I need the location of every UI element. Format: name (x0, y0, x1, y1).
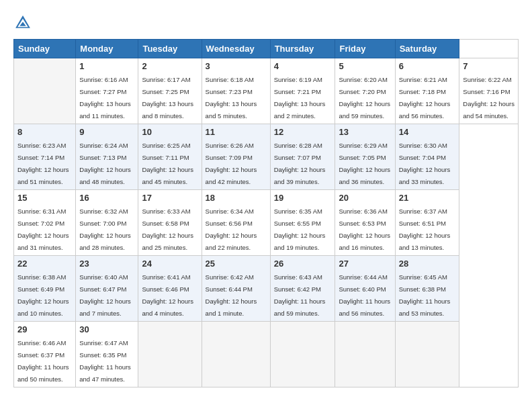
logo (13, 13, 36, 32)
day-number: 4 (274, 61, 332, 71)
calendar-cell: 1Sunrise: 6:16 AM Sunset: 7:27 PM Daylig… (76, 58, 138, 124)
col-friday: Friday (335, 40, 395, 58)
day-detail: Sunrise: 6:19 AM Sunset: 7:21 PM Dayligh… (274, 76, 326, 120)
day-number: 9 (79, 127, 134, 137)
day-detail: Sunrise: 6:46 AM Sunset: 6:37 PM Dayligh… (17, 339, 69, 383)
calendar-week-5: 29Sunrise: 6:46 AM Sunset: 6:37 PM Dayli… (14, 322, 519, 387)
calendar-cell: 10Sunrise: 6:25 AM Sunset: 7:11 PM Dayli… (138, 124, 202, 190)
calendar-week-1: 1Sunrise: 6:16 AM Sunset: 7:27 PM Daylig… (14, 58, 519, 124)
calendar-cell: 21Sunrise: 6:37 AM Sunset: 6:51 PM Dayli… (395, 190, 459, 256)
day-number: 25 (206, 259, 267, 269)
day-detail: Sunrise: 6:16 AM Sunset: 7:27 PM Dayligh… (79, 76, 131, 120)
calendar-cell: 8Sunrise: 6:23 AM Sunset: 7:14 PM Daylig… (14, 124, 76, 190)
day-number: 7 (463, 61, 515, 71)
calendar-cell: 28Sunrise: 6:45 AM Sunset: 6:38 PM Dayli… (395, 256, 459, 322)
calendar-cell: 3Sunrise: 6:18 AM Sunset: 7:23 PM Daylig… (202, 58, 270, 124)
calendar-cell: 25Sunrise: 6:42 AM Sunset: 6:44 PM Dayli… (202, 256, 270, 322)
calendar-cell (395, 322, 459, 387)
day-detail: Sunrise: 6:36 AM Sunset: 6:53 PM Dayligh… (339, 208, 390, 251)
logo-icon (13, 13, 32, 32)
calendar-cell: 5Sunrise: 6:20 AM Sunset: 7:20 PM Daylig… (335, 58, 395, 124)
calendar-cell: 13Sunrise: 6:29 AM Sunset: 7:05 PM Dayli… (335, 124, 395, 190)
calendar-cell: 16Sunrise: 6:32 AM Sunset: 7:00 PM Dayli… (76, 190, 138, 256)
day-detail: Sunrise: 6:45 AM Sunset: 6:38 PM Dayligh… (399, 273, 451, 317)
col-monday: Monday (76, 40, 138, 58)
calendar-cell: 2Sunrise: 6:17 AM Sunset: 7:25 PM Daylig… (138, 58, 202, 124)
day-number: 6 (399, 61, 456, 71)
day-number: 8 (17, 127, 72, 137)
calendar-cell: 6Sunrise: 6:21 AM Sunset: 7:18 PM Daylig… (395, 58, 459, 124)
day-detail: Sunrise: 6:32 AM Sunset: 7:00 PM Dayligh… (79, 208, 131, 251)
calendar-cell: 7Sunrise: 6:22 AM Sunset: 7:16 PM Daylig… (459, 58, 519, 124)
day-number: 22 (17, 259, 72, 269)
calendar-cell (14, 58, 76, 124)
calendar-cell: 24Sunrise: 6:41 AM Sunset: 6:46 PM Dayli… (138, 256, 202, 322)
day-number: 10 (142, 127, 197, 137)
calendar-week-2: 8Sunrise: 6:23 AM Sunset: 7:14 PM Daylig… (14, 124, 519, 190)
day-detail: Sunrise: 6:47 AM Sunset: 6:35 PM Dayligh… (79, 339, 131, 383)
day-detail: Sunrise: 6:37 AM Sunset: 6:51 PM Dayligh… (399, 208, 451, 251)
day-number: 2 (142, 61, 197, 71)
calendar-cell: 23Sunrise: 6:40 AM Sunset: 6:47 PM Dayli… (76, 256, 138, 322)
day-detail: Sunrise: 6:38 AM Sunset: 6:49 PM Dayligh… (17, 273, 69, 317)
day-detail: Sunrise: 6:42 AM Sunset: 6:44 PM Dayligh… (206, 273, 257, 317)
col-tuesday: Tuesday (138, 40, 202, 58)
header (13, 11, 519, 32)
calendar-cell: 17Sunrise: 6:33 AM Sunset: 6:58 PM Dayli… (138, 190, 202, 256)
day-detail: Sunrise: 6:26 AM Sunset: 7:09 PM Dayligh… (206, 142, 257, 185)
calendar-cell: 9Sunrise: 6:24 AM Sunset: 7:13 PM Daylig… (76, 124, 138, 190)
calendar-cell: 18Sunrise: 6:34 AM Sunset: 6:56 PM Dayli… (202, 190, 270, 256)
day-detail: Sunrise: 6:23 AM Sunset: 7:14 PM Dayligh… (17, 142, 69, 185)
calendar-week-3: 15Sunrise: 6:31 AM Sunset: 7:02 PM Dayli… (14, 190, 519, 256)
day-detail: Sunrise: 6:28 AM Sunset: 7:07 PM Dayligh… (274, 142, 326, 185)
calendar-cell: 11Sunrise: 6:26 AM Sunset: 7:09 PM Dayli… (202, 124, 270, 190)
calendar-week-4: 22Sunrise: 6:38 AM Sunset: 6:49 PM Dayli… (14, 256, 519, 322)
day-detail: Sunrise: 6:40 AM Sunset: 6:47 PM Dayligh… (79, 273, 131, 317)
day-detail: Sunrise: 6:41 AM Sunset: 6:46 PM Dayligh… (142, 273, 193, 317)
day-detail: Sunrise: 6:35 AM Sunset: 6:55 PM Dayligh… (274, 208, 326, 251)
day-number: 18 (206, 193, 267, 203)
page: Sunday Monday Tuesday Wednesday Thursday… (0, 0, 532, 411)
day-number: 12 (274, 127, 332, 137)
day-number: 23 (79, 259, 134, 269)
day-number: 21 (399, 193, 456, 203)
day-detail: Sunrise: 6:25 AM Sunset: 7:11 PM Dayligh… (142, 142, 193, 185)
col-wednesday: Wednesday (202, 40, 270, 58)
day-number: 28 (399, 259, 456, 269)
day-detail: Sunrise: 6:31 AM Sunset: 7:02 PM Dayligh… (17, 208, 69, 251)
calendar-cell (270, 322, 335, 387)
calendar-cell (335, 322, 395, 387)
calendar-cell: 27Sunrise: 6:44 AM Sunset: 6:40 PM Dayli… (335, 256, 395, 322)
day-detail: Sunrise: 6:22 AM Sunset: 7:16 PM Dayligh… (463, 76, 515, 120)
calendar-cell (138, 322, 202, 387)
day-detail: Sunrise: 6:18 AM Sunset: 7:23 PM Dayligh… (206, 76, 257, 120)
day-number: 3 (206, 61, 267, 71)
day-detail: Sunrise: 6:24 AM Sunset: 7:13 PM Dayligh… (79, 142, 131, 185)
col-sunday: Sunday (14, 40, 76, 58)
calendar-cell: 29Sunrise: 6:46 AM Sunset: 6:37 PM Dayli… (14, 322, 76, 387)
day-number: 13 (339, 127, 391, 137)
day-detail: Sunrise: 6:43 AM Sunset: 6:42 PM Dayligh… (274, 273, 326, 317)
day-number: 26 (274, 259, 332, 269)
day-detail: Sunrise: 6:17 AM Sunset: 7:25 PM Dayligh… (142, 76, 193, 120)
day-detail: Sunrise: 6:44 AM Sunset: 6:40 PM Dayligh… (339, 273, 390, 317)
day-detail: Sunrise: 6:20 AM Sunset: 7:20 PM Dayligh… (339, 76, 390, 120)
day-detail: Sunrise: 6:21 AM Sunset: 7:18 PM Dayligh… (399, 76, 451, 120)
calendar-cell: 14Sunrise: 6:30 AM Sunset: 7:04 PM Dayli… (395, 124, 459, 190)
calendar-cell (202, 322, 270, 387)
day-number: 24 (142, 259, 197, 269)
calendar-cell: 4Sunrise: 6:19 AM Sunset: 7:21 PM Daylig… (270, 58, 335, 124)
calendar-cell: 22Sunrise: 6:38 AM Sunset: 6:49 PM Dayli… (14, 256, 76, 322)
day-detail: Sunrise: 6:34 AM Sunset: 6:56 PM Dayligh… (206, 208, 257, 251)
calendar-cell: 15Sunrise: 6:31 AM Sunset: 7:02 PM Dayli… (14, 190, 76, 256)
day-number: 29 (17, 324, 72, 334)
header-row: Sunday Monday Tuesday Wednesday Thursday… (14, 40, 519, 58)
calendar-cell: 26Sunrise: 6:43 AM Sunset: 6:42 PM Dayli… (270, 256, 335, 322)
col-thursday: Thursday (270, 40, 335, 58)
col-saturday: Saturday (395, 40, 459, 58)
day-number: 20 (339, 193, 391, 203)
day-number: 27 (339, 259, 391, 269)
calendar-cell: 30Sunrise: 6:47 AM Sunset: 6:35 PM Dayli… (76, 322, 138, 387)
day-number: 11 (206, 127, 267, 137)
day-detail: Sunrise: 6:29 AM Sunset: 7:05 PM Dayligh… (339, 142, 390, 185)
